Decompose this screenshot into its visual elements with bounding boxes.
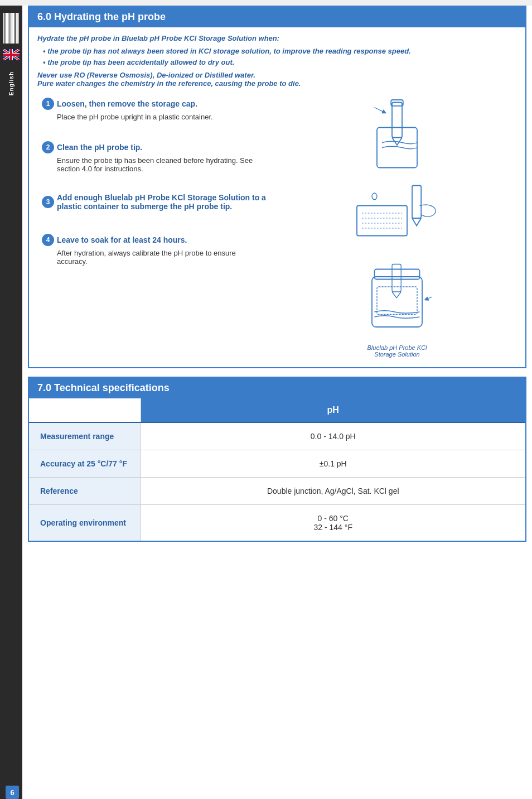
svg-rect-8 [16,13,17,44]
svg-rect-3 [8,13,9,44]
svg-rect-29 [372,277,422,327]
probe-svg-3 [347,252,447,341]
svg-rect-4 [9,13,11,44]
svg-rect-7 [14,13,15,44]
table-row: Measurement range0.0 - 14.0 pH [29,422,525,450]
page-wrapper: English 6.0 Hydrating the pH probe Hydra… [0,6,532,799]
section-60-body: Hydrate the pH probe in Bluelab pH Probe… [29,27,525,367]
svg-rect-0 [3,13,4,44]
spec-label: Accuracy at 25 °C/77 °F [29,450,141,478]
svg-rect-1 [5,13,6,44]
probe-svg-2 [347,174,447,252]
spec-label: Operating environment [29,505,141,541]
svg-rect-23 [357,206,407,236]
step-4-title: 4 Leave to soak for at least 24 hours. [42,234,267,246]
svg-rect-30 [375,269,420,280]
svg-rect-32 [392,264,401,292]
language-label: English [8,71,14,95]
svg-rect-31 [377,287,417,315]
spec-label: Measurement range [29,422,141,450]
uk-flag-icon [3,49,20,60]
image-caption: Bluelab pH Probe KCl Storage Solution [367,344,427,358]
svg-rect-2 [6,13,8,44]
step-1-title: 1 Loosen, then remove the storage cap. [42,98,267,110]
sidebar-top: English [3,6,20,95]
empty-header [29,398,141,422]
step-1-number: 1 [42,98,54,110]
spec-label: Reference [29,478,141,505]
spec-value: 0 - 60 °C32 - 144 °F [141,505,525,541]
specs-table: pH Measurement range0.0 - 14.0 pHAccurac… [29,398,525,541]
steps-left: 1 Loosen, then remove the storage cap. P… [37,93,277,360]
section-60-warning: Never use RO (Reverse Osmosis), De-ioniz… [37,71,517,88]
section-60-header: 6.0 Hydrating the pH probe [29,7,525,27]
probe-illustration-2 [347,174,447,252]
table-row: ReferenceDouble junction, Ag/AgCl, Sat. … [29,478,525,505]
svg-rect-10 [18,13,19,44]
svg-rect-5 [11,13,12,44]
spec-value: Double junction, Ag/AgCl, Sat. KCl gel [141,478,525,505]
step-3-number: 3 [42,196,54,208]
svg-rect-28 [412,186,421,219]
step-3: 3 Add enough Bluelab pH Probe KCl Storag… [37,189,272,218]
steps-grid: 1 Loosen, then remove the storage cap. P… [37,93,517,360]
svg-rect-21 [392,103,402,138]
section-60-bullet2: • the probe tip has been accidentally al… [37,58,517,66]
table-row: Operating environment0 - 60 °C32 - 144 °… [29,505,525,541]
probe-svg-1 [347,96,447,174]
svg-rect-9 [17,13,18,44]
step-2-number: 2 [42,141,54,153]
step-4-number: 4 [42,234,54,246]
step-2-desc: Ensure the probe tip has been cleaned be… [42,156,267,173]
step-4-desc: After hydration, always calibrate the pH… [42,249,267,266]
steps-right: Bluelab pH Probe KCl Storage Solution [277,93,517,360]
section-60-intro: Hydrate the pH probe in Bluelab pH Probe… [37,34,517,42]
step-1: 1 Loosen, then remove the storage cap. P… [37,93,272,126]
section-60: 6.0 Hydrating the pH probe Hydrate the p… [28,6,526,368]
section-60-bullet1: • the probe tip has not always been stor… [37,47,517,55]
sidebar: English [0,6,22,799]
spec-value: ±0.1 pH [141,450,525,478]
section-70: 7.0 Technical specifications pH Measurem… [28,377,526,542]
svg-rect-6 [12,13,14,44]
step-2: 2 Clean the pH probe tip. Ensure the pro… [37,137,272,177]
step-3-title: 3 Add enough Bluelab pH Probe KCl Storag… [42,193,267,211]
probe-illustration-3 [347,252,447,341]
spec-value: 0.0 - 14.0 pH [141,422,525,450]
ph-column-header: pH [141,398,525,422]
svg-rect-19 [3,54,20,56]
barcode-icon [3,13,19,44]
main-content: 6.0 Hydrating the pH probe Hydrate the p… [22,6,532,542]
step-1-desc: Place the pH probe upright in a plastic … [42,113,267,121]
specs-table-body: Measurement range0.0 - 14.0 pHAccuracy a… [29,422,525,541]
step-4: 4 Leave to soak for at least 24 hours. A… [37,229,272,270]
section-70-header: 7.0 Technical specifications [29,378,525,398]
table-row: Accuracy at 25 °C/77 °F±0.1 pH [29,450,525,478]
probe-illustration-1 [347,96,447,174]
page-number: 6 [6,786,19,799]
step-2-title: 2 Clean the pH probe tip. [42,141,267,153]
